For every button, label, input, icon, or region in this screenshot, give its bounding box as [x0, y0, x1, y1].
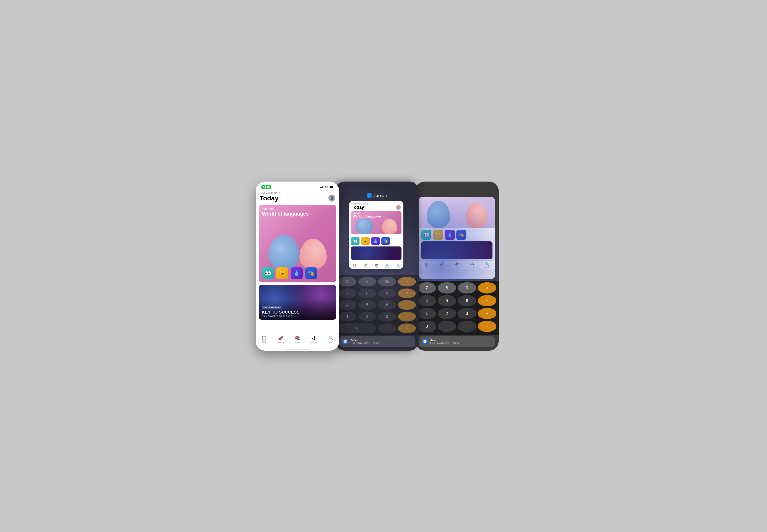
calc3-key-9: 9: [458, 282, 476, 294]
kids-characters: [259, 227, 336, 270]
app-icon-4[interactable]: 🎭: [305, 267, 317, 279]
calc3-key-4: 4: [417, 295, 436, 306]
safari-text-3: Safari From "MacBook Pro — Admin": [430, 339, 459, 344]
safari-title-3: Safari: [430, 339, 459, 342]
date-label: TUESDAY 14 MARCH: [260, 192, 335, 194]
battery-icon: [329, 186, 334, 188]
status-right: LTE: [319, 186, 334, 189]
calc3-key-5: 5: [438, 295, 456, 306]
calc-key-6: 6: [378, 300, 396, 310]
phone-2: A App Store TUESDAY 14 MARCH Today FOR K…: [335, 182, 419, 351]
mini-char-blue: [355, 219, 373, 234]
search-icon: 🔍: [328, 336, 334, 341]
main-container: 13:16 LTE TUESDAY 14 MARCH Today 👤: [256, 182, 511, 351]
mini-appstore-card[interactable]: TUESDAY 14 MARCH Today FOR KIDS World of…: [349, 201, 403, 269]
app-icon-3[interactable]: 💧: [291, 267, 303, 279]
app-store-icon: A: [367, 193, 372, 198]
calc3-key-multiply: ×: [478, 282, 497, 294]
character-pink: [299, 239, 327, 270]
tab-today[interactable]: 📋 Today: [256, 336, 272, 343]
game-badge: RISE OF KINGDOMS: [262, 306, 282, 309]
calc3-key-comma: ,: [458, 321, 476, 332]
mini-app-icons: 👀 🐱 💧 🎭: [349, 236, 403, 246]
game-subtitle: GAIN POWER WITH SCIENCE: [262, 315, 300, 317]
safari-title-2: Safari: [351, 339, 380, 342]
home-indicator: [256, 349, 339, 351]
today-icon: 📋: [261, 336, 267, 341]
network-type: LTE: [324, 186, 328, 189]
avatar[interactable]: 👤: [328, 195, 335, 202]
app-switcher-title: App Store: [373, 194, 387, 197]
calc3-key-3: 3: [458, 308, 476, 319]
calc3-key-8: 8: [438, 282, 456, 294]
calc-key-9: 9: [378, 288, 396, 298]
arcade-label: Arcade: [311, 341, 317, 343]
mini-icon-2: 🐱: [361, 237, 370, 245]
calc-key-5: 5: [358, 300, 376, 310]
today-label: Today: [261, 341, 267, 343]
status-bar: 13:16 LTE: [256, 182, 339, 190]
tab-games[interactable]: 🚀 Games: [272, 336, 289, 343]
kids-card[interactable]: FOR KIDS World of languages 👀 🐱 💧 🎭: [259, 205, 336, 282]
tab-bar: 📋 Today 🚀 Games 📚 Apps 🕹 Arcade 🔍 Search: [256, 334, 339, 349]
right-game-section: [421, 241, 492, 259]
mini-tab-apps: 📚 Apps: [371, 263, 382, 268]
games-icon: 🚀: [278, 336, 283, 341]
calc3-key-plus: +: [478, 308, 497, 319]
tab-arcade[interactable]: 🕹 Arcade: [306, 336, 323, 343]
calc3-key-equals: =: [478, 321, 497, 332]
arcade-icon: 🕹: [312, 336, 316, 341]
kids-label: FOR KIDS: [262, 208, 333, 210]
calc3-key-2: 2: [438, 308, 456, 319]
calc-key-0: 0: [338, 323, 376, 333]
calc3-key-minus: −: [478, 295, 497, 306]
calc-key-8: 8: [358, 288, 376, 298]
page-title: Today: [260, 194, 279, 202]
kids-app-icons: 👀 🐱 💧 🎭: [262, 267, 333, 279]
safari-subtitle-3: From "MacBook Pro — Admin": [430, 342, 459, 344]
mini-icon-1: 👀: [351, 237, 359, 245]
mini-icon-4: 🎭: [381, 237, 390, 245]
calc-key-dot: .: [378, 323, 396, 333]
mini-date: TUESDAY 14 MARCH: [352, 203, 401, 205]
tab-apps[interactable]: 📚 Apps: [289, 336, 306, 343]
calc3-key-6: 6: [458, 295, 476, 306]
status-time: 13:16: [261, 185, 271, 189]
mini-avatar: [396, 205, 401, 210]
tab-search[interactable]: 🔍 Search: [323, 336, 339, 343]
signal-icon: [319, 186, 323, 188]
content-area: FOR KIDS World of languages 👀 🐱 💧 🎭: [256, 203, 339, 334]
app-icon-2[interactable]: 🐱: [276, 267, 288, 279]
game-card[interactable]: RISE OF KINGDOMS KEY TO SUCCESS GAIN POW…: [259, 285, 336, 320]
mini-card-header: TUESDAY 14 MARCH Today: [349, 201, 403, 211]
calc3-key-0: 0: [417, 321, 436, 332]
mini-tab-search: 🔍 Search: [393, 263, 403, 268]
mini-kids-card: FOR KIDS World of languages: [351, 211, 401, 234]
page-header: TUESDAY 14 MARCH Today 👤: [256, 190, 339, 203]
mini-kids-label: FOR KIDS: [353, 213, 400, 215]
phone-3: 👀 🐱 💧 🎭 📋 Today 🚀: [415, 182, 499, 351]
kids-title: World of languages: [262, 211, 333, 217]
mini-char-pink: [382, 219, 397, 234]
mini-tab-arcade: 🕹 Arcade: [382, 263, 393, 268]
safari-text-2: Safari From "MacBook Pro — Admin": [351, 339, 380, 344]
mini-icon-3: 💧: [371, 237, 380, 245]
mini-game-card: [351, 246, 401, 260]
calc-key-2: 2: [358, 312, 376, 321]
calculator-3: 7 8 9 × 4 5 6 − 1 2 3 + 0 , =: [415, 281, 499, 335]
games-label: Games: [278, 341, 284, 343]
calc-key-7: 7: [338, 288, 356, 298]
game-text-area: RISE OF KINGDOMS KEY TO SUCCESS GAIN POW…: [262, 305, 300, 317]
mini-tab-games: 🚀 Games: [360, 263, 371, 268]
safari-bar-3[interactable]: 🧭 Safari From "MacBook Pro — Admin": [419, 336, 495, 347]
calc-key-1: 1: [338, 312, 356, 321]
character-blue: [268, 235, 299, 270]
safari-bar-2[interactable]: 🧭 Safari From "MacBook Pro — Admin": [339, 336, 415, 347]
safari-compass-icon-3: 🧭: [422, 339, 428, 344]
calc-key-4: 4: [338, 300, 356, 310]
calc3-key-empty: [438, 321, 456, 332]
safari-subtitle-2: From "MacBook Pro — Admin": [351, 342, 380, 344]
mini-tab-bar: 📋 Today 🚀 Games 📚 Apps 🕹 Arcade: [349, 262, 403, 269]
mini-title: Today: [352, 205, 364, 210]
app-icon-1[interactable]: 👀: [262, 267, 274, 279]
